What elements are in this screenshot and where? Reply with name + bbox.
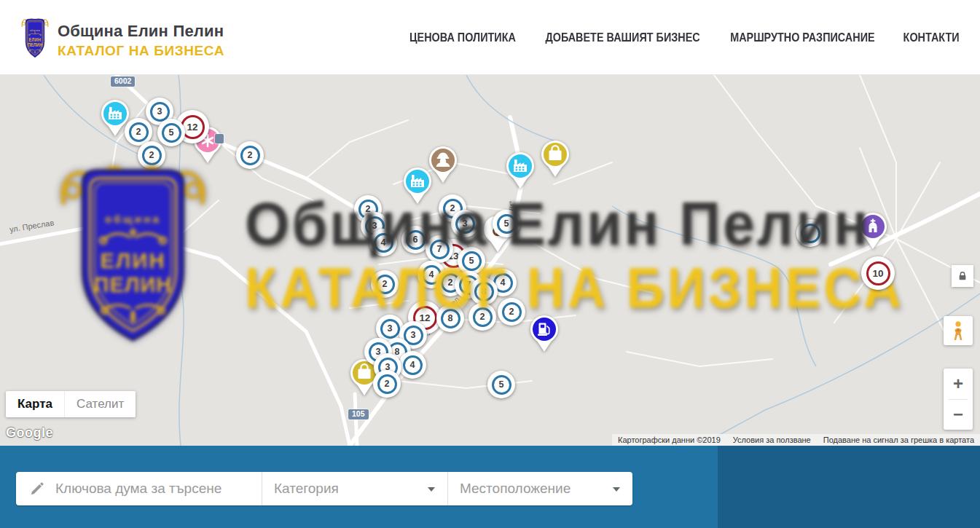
pencil-icon: [29, 481, 45, 497]
chevron-down-icon: [428, 487, 435, 492]
svg-text:ПЕЛИН: ПЕЛИН: [28, 43, 42, 48]
keyword-search-input[interactable]: [55, 481, 223, 497]
pegman-icon: [949, 320, 968, 341]
chevron-down-icon: [613, 487, 620, 492]
category-dropdown[interactable]: Категория: [262, 472, 447, 505]
map-type-satellite-button[interactable]: Сателит: [64, 391, 136, 417]
terms-link[interactable]: Условия за ползване: [733, 436, 811, 444]
map-controls-layer: Карта Сателит Google Картографски данни …: [0, 75, 980, 446]
category-dropdown-label: Категория: [274, 481, 339, 497]
main-nav: ЦЕНОВА ПОЛИТИКАДОБАВЕТЕ ВАШИЯТ БИЗНЕСМАР…: [407, 0, 960, 75]
site-title: Община Елин Пелин: [58, 22, 224, 41]
page: община ЕЛИН ПЕЛИН Община Елин Пелин КАТА…: [0, 0, 980, 528]
map-type-control: Карта Сателит: [6, 391, 136, 417]
svg-text:община: община: [30, 28, 40, 31]
map-type-map-button[interactable]: Карта: [6, 391, 64, 417]
pegman-button[interactable]: [944, 316, 973, 345]
svg-text:ЕЛИН: ЕЛИН: [29, 37, 42, 42]
search-bar: Категория Местоположение: [0, 446, 980, 528]
search-bar-right-section: [718, 446, 980, 528]
zoom-in-button[interactable]: +: [944, 369, 973, 399]
map-copyright: Картографски данни ©2019: [618, 436, 721, 444]
google-logo[interactable]: Google: [6, 425, 53, 441]
brand[interactable]: община ЕЛИН ПЕЛИН Община Елин Пелин КАТА…: [20, 16, 224, 64]
search-input-group: Категория Местоположение: [16, 472, 632, 505]
nav-item[interactable]: КОНТАКТИ: [903, 31, 959, 44]
zoom-out-button[interactable]: −: [944, 400, 973, 430]
location-dropdown-label: Местоположение: [460, 481, 571, 497]
header: община ЕЛИН ПЕЛИН Община Елин Пелин КАТА…: [0, 0, 980, 75]
google-map[interactable]: ул. Преславбул. „Новоселци“: [0, 75, 980, 446]
report-error-link[interactable]: Подаване на сигнал за грешка в картата: [823, 436, 974, 444]
brand-text: Община Елин Пелин КАТАЛОГ НА БИЗНЕСА: [58, 22, 224, 59]
nav-item[interactable]: ЦЕНОВА ПОЛИТИКА: [409, 31, 516, 44]
location-dropdown[interactable]: Местоположение: [447, 472, 632, 505]
keyword-segment: [16, 472, 262, 505]
lock-icon: [957, 270, 968, 282]
nav-item[interactable]: МАРШРУТНО РАЗПИСАНИЕ: [730, 31, 874, 44]
zoom-control: + −: [944, 369, 973, 430]
nav-item[interactable]: ДОБАВЕТЕ ВАШИЯТ БИЗНЕС: [545, 31, 699, 44]
map-attribution: Картографски данни ©2019 Условия за полз…: [612, 434, 980, 446]
municipality-emblem-logo: община ЕЛИН ПЕЛИН: [20, 16, 50, 64]
site-subtitle: КАТАЛОГ НА БИЗНЕСА: [58, 43, 224, 59]
lock-button[interactable]: [952, 265, 973, 287]
